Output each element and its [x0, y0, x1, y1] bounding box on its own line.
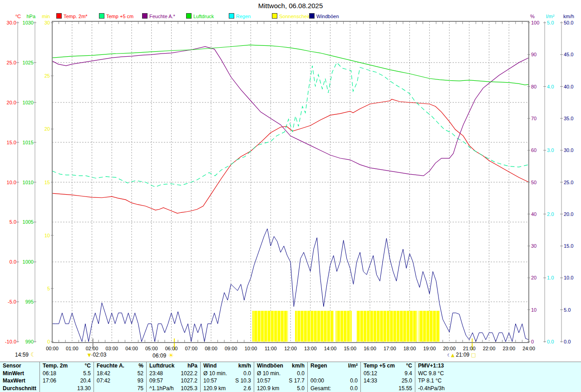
axis-tick-label: 10.0 [7, 180, 16, 185]
axis-tick-label: 20.0 [564, 211, 573, 217]
cell-text: Ø 10 min. [203, 370, 227, 377]
axis-tick-label: 1010 [23, 180, 34, 185]
x-axis-hour-label: 07:00 [185, 346, 197, 351]
axis-tick-label: 25.0 [7, 60, 16, 65]
min-row: 18:4252 [94, 370, 146, 377]
table-column-windb-en: Windböenkm/hØ 10 min.0.010:57S 17.7120.9… [254, 362, 307, 392]
cell-value: l/m² [348, 362, 358, 370]
x-axis-hour-label: 02:00 [86, 346, 98, 351]
x-axis-hour-label: 18:00 [404, 346, 416, 351]
cell-text: 18:42 [97, 370, 110, 377]
axis-tick-label: 5.0 [10, 219, 16, 225]
x-axis-hour-label: 01:00 [66, 346, 79, 351]
cell-value: °C [85, 362, 91, 370]
cell-value: hPa [187, 362, 197, 370]
x-axis-hour-label: 05:00 [145, 346, 158, 351]
min-row: 05:129.4 [361, 370, 415, 377]
x-axis-hour-label: 12:00 [284, 346, 297, 351]
cell-text: 05:12 [364, 370, 377, 377]
x-axis-hour-label: 21:00 [463, 346, 476, 351]
axis-tick-label: 0.0 [10, 259, 16, 265]
cell-text: Feuchte A. [97, 362, 124, 370]
axis-tick-label: 100 [531, 20, 539, 25]
min-row: 06:185.5 [40, 370, 94, 377]
avg-row: 120.9 km2.6 [201, 385, 254, 392]
cell-text: MinWert [3, 370, 24, 377]
column-header: LuftdruckhPa [147, 362, 200, 370]
axis-tick-label: 1020 [23, 100, 34, 105]
axis-unit-label: min [42, 14, 50, 19]
avg-row: 120.9 km5.0 [254, 385, 307, 392]
axis-tick-label: 30.0 [7, 20, 16, 25]
cell-text: PMV+1:13 [418, 362, 444, 370]
axis-tick-label: 1015 [23, 140, 34, 145]
row-label: Durchschnitt [0, 385, 39, 392]
sunset-marker: ☾▲ 21:09 □ [447, 352, 476, 359]
cell-value: km/h [238, 362, 251, 370]
x-axis-hour-label: 14:00 [324, 346, 337, 351]
marker-time-label: 06:09 [153, 353, 166, 359]
avg-row: ^1.1hPa/h1025.3 [147, 385, 200, 392]
cell-text: Durchschnitt [3, 385, 36, 392]
cell-text: 120.9 km [257, 385, 279, 392]
axis-tick-label: 20 [531, 275, 537, 280]
min-row [308, 370, 360, 377]
column-header: Temp +5 cm°C [361, 362, 415, 370]
axis-tick-label: 50.0 [564, 20, 573, 25]
axis-tick-label: 15.0 [564, 243, 573, 249]
marker-time-label: ·02:03 [91, 352, 106, 358]
marker-time-label: 21:09 [456, 352, 469, 358]
axis-tick-label: 20 [44, 126, 50, 132]
axis-tick-label: 80 [531, 84, 537, 89]
axis-tick-label: 10.0 [564, 275, 573, 280]
cell-text: 10:57 [257, 377, 271, 385]
cell-value: % [138, 362, 143, 370]
cell-text: 09:57 [149, 377, 163, 385]
axis-tick-label: 2.0 [547, 211, 554, 217]
axis-tick-label: 0 [531, 339, 534, 344]
column-header: Regenl/m² [308, 362, 360, 370]
x-axis-hour-label: 09:00 [225, 346, 237, 351]
axis-unit-label: l/m² [546, 14, 555, 19]
row-label: MinWert [0, 370, 39, 377]
cell-value: 52 [138, 370, 143, 377]
cell-value: °C [406, 362, 412, 370]
moonrise-icon: ☾ [29, 351, 36, 358]
x-axis-hour-label: 08:00 [205, 346, 217, 351]
axis-tick-label: -10.0 [5, 339, 16, 344]
max-row: 09:571027.2 [147, 377, 200, 385]
sunshine-bar-block [254, 311, 288, 342]
table-column-regen: Regenl/m²00:000.0Gesamt:0.0 [307, 362, 360, 392]
cell-value: 0.0 [243, 370, 251, 377]
x-axis-hour-label: 16:00 [364, 346, 376, 351]
weather-plot: 30.025.020.015.010.05.00.0-5.0-10.010301… [0, 0, 581, 362]
column-header: PMV+1:13 [415, 362, 581, 370]
table-column-wind: Windkm/hØ 10 min.0.010:57S 10.3120.9 km2… [200, 362, 254, 392]
moon-up-icon: ▲ [451, 353, 456, 358]
cell-value: 13.30 [77, 385, 91, 392]
axis-unit-label: km/h [563, 14, 574, 19]
x-axis-hour-label: 06:00 [165, 346, 178, 351]
cell-value: 1027.2 [181, 377, 197, 385]
axis-tick-label: 70 [531, 116, 537, 121]
axis-tick-label: 995 [25, 299, 34, 304]
axis-tick-label: 5.0 [547, 20, 554, 25]
x-axis-hour-label: 23:00 [502, 346, 515, 351]
column-header: Windböenkm/h [254, 362, 307, 370]
sun-open-icon: □ [469, 352, 476, 358]
min-row: WC 9.8 °C [415, 370, 581, 377]
axis-tick-label: 5 [47, 286, 50, 291]
cell-text: -0.4hPa/3h [418, 385, 445, 392]
cell-text: Gesamt: [310, 385, 331, 392]
axis-tick-label: 60 [531, 147, 537, 153]
axis-tick-label: 25.0 [564, 180, 573, 185]
sunshine-bar-block [356, 311, 417, 342]
sunshine-bar-block [252, 311, 254, 342]
axis-tick-label: 15.0 [7, 140, 16, 145]
axis-tick-label: 30 [531, 243, 537, 249]
axis-tick-label: 1005 [23, 219, 34, 225]
avg-row: -0.4hPa/3h [415, 385, 581, 392]
cell-value: 15.55 [399, 385, 412, 392]
table-column-pmv+1-13: PMV+1:13WC 9.8 °CTP 8.1 °C-0.4hPa/3h [415, 362, 581, 392]
cell-value: 2.6 [243, 385, 251, 392]
